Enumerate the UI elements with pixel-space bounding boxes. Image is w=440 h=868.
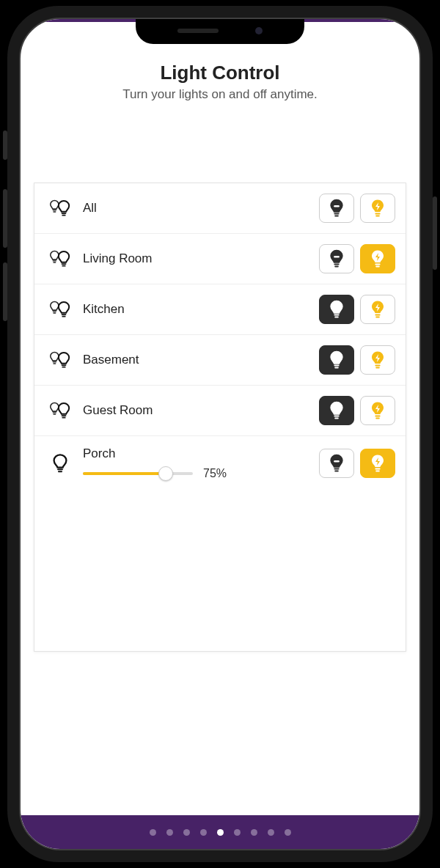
light-off-button[interactable] xyxy=(319,295,354,324)
light-toggle-group xyxy=(319,194,395,223)
light-toggle-group xyxy=(319,396,395,425)
bulb-on-icon xyxy=(369,401,386,420)
light-off-button[interactable] xyxy=(319,244,354,273)
svg-rect-16 xyxy=(375,264,380,265)
svg-rect-36 xyxy=(62,415,67,416)
svg-rect-22 xyxy=(334,306,340,308)
svg-rect-33 xyxy=(334,367,339,369)
page-indicator[interactable] xyxy=(21,815,419,849)
svg-rect-1 xyxy=(62,215,65,216)
light-on-button[interactable] xyxy=(360,396,395,425)
pager-dot[interactable] xyxy=(150,829,156,836)
bulb-off-icon xyxy=(328,249,345,268)
bulbs-icon xyxy=(45,400,76,421)
svg-rect-14 xyxy=(334,264,339,265)
svg-rect-29 xyxy=(53,361,56,362)
pager-dot[interactable] xyxy=(166,829,173,836)
pager-dot[interactable] xyxy=(251,829,257,836)
svg-rect-2 xyxy=(53,210,56,210)
bulb-on-icon xyxy=(369,300,386,319)
light-label: Basement xyxy=(76,353,319,367)
notch xyxy=(136,18,304,44)
svg-rect-20 xyxy=(53,311,56,312)
svg-rect-43 xyxy=(375,416,380,417)
light-off-button[interactable] xyxy=(319,194,354,223)
svg-rect-50 xyxy=(375,468,380,470)
svg-rect-46 xyxy=(58,471,62,472)
phone-frame: Light Control Turn your lights on and of… xyxy=(7,6,433,862)
light-row: All xyxy=(34,183,406,234)
svg-rect-15 xyxy=(334,266,339,268)
light-on-button[interactable] xyxy=(360,194,395,223)
svg-rect-7 xyxy=(375,213,380,215)
light-row: Porch75% xyxy=(34,436,406,490)
pager-dot[interactable] xyxy=(217,829,224,836)
svg-rect-25 xyxy=(375,315,380,316)
svg-rect-26 xyxy=(375,317,380,318)
light-row: Basement xyxy=(34,335,406,386)
svg-rect-39 xyxy=(53,413,56,414)
svg-rect-21 xyxy=(53,312,56,313)
svg-rect-19 xyxy=(62,316,65,317)
bulb-icon xyxy=(45,453,76,474)
light-toggle-group xyxy=(319,345,395,375)
light-label: Living Room xyxy=(76,251,319,266)
pager-dot[interactable] xyxy=(200,829,207,836)
svg-rect-27 xyxy=(62,364,67,366)
brightness-slider[interactable] xyxy=(83,472,193,475)
light-toggle-group xyxy=(319,295,395,324)
svg-rect-3 xyxy=(53,211,56,212)
svg-rect-17 xyxy=(375,266,380,268)
svg-rect-45 xyxy=(57,468,63,470)
light-row: Guest Room xyxy=(34,386,406,436)
bulb-on-icon xyxy=(369,454,386,473)
light-off-button[interactable] xyxy=(319,449,354,478)
pager-dot[interactable] xyxy=(268,829,274,836)
side-button xyxy=(3,130,7,160)
svg-rect-42 xyxy=(334,418,339,419)
light-label: Porch xyxy=(83,446,319,461)
bulbs-icon xyxy=(45,350,76,370)
side-button xyxy=(433,196,437,270)
svg-rect-31 xyxy=(334,357,340,358)
light-on-button[interactable] xyxy=(360,449,395,478)
slider-thumb[interactable] xyxy=(158,466,173,481)
bulb-off-icon xyxy=(328,199,345,218)
light-row-body: Porch75% xyxy=(76,446,319,480)
pager-dot[interactable] xyxy=(285,829,291,836)
light-row: Kitchen xyxy=(34,284,406,335)
side-button xyxy=(3,262,7,321)
svg-rect-18 xyxy=(62,314,67,315)
svg-rect-35 xyxy=(375,367,380,369)
svg-rect-40 xyxy=(334,408,340,409)
bulb-off-icon xyxy=(328,401,345,420)
svg-rect-12 xyxy=(53,262,56,262)
light-label: Guest Room xyxy=(76,403,319,418)
light-off-button[interactable] xyxy=(319,396,354,425)
light-on-button[interactable] xyxy=(360,345,395,375)
lights-card: All Living Room xyxy=(34,183,406,652)
svg-rect-41 xyxy=(334,416,339,417)
svg-rect-4 xyxy=(334,205,340,207)
pager-dot[interactable] xyxy=(183,829,190,836)
bulb-on-icon xyxy=(369,249,386,268)
light-off-button[interactable] xyxy=(319,345,354,375)
bulb-on-icon xyxy=(369,350,386,369)
light-label: All xyxy=(76,201,319,216)
light-on-button[interactable] xyxy=(360,244,395,273)
svg-rect-10 xyxy=(62,265,65,267)
pager-dot[interactable] xyxy=(234,829,241,836)
svg-rect-30 xyxy=(53,363,56,364)
light-toggle-group xyxy=(319,244,395,273)
bulbs-icon xyxy=(45,299,76,320)
svg-rect-8 xyxy=(375,216,380,217)
svg-rect-34 xyxy=(375,365,380,367)
svg-rect-44 xyxy=(375,418,380,419)
bulb-off-icon xyxy=(328,350,345,369)
svg-rect-38 xyxy=(53,412,56,413)
light-toggle-group xyxy=(319,449,395,478)
light-on-button[interactable] xyxy=(360,295,395,324)
page-subtitle: Turn your lights on and off anytime. xyxy=(34,87,406,102)
svg-rect-49 xyxy=(334,471,339,472)
svg-rect-11 xyxy=(53,260,56,261)
